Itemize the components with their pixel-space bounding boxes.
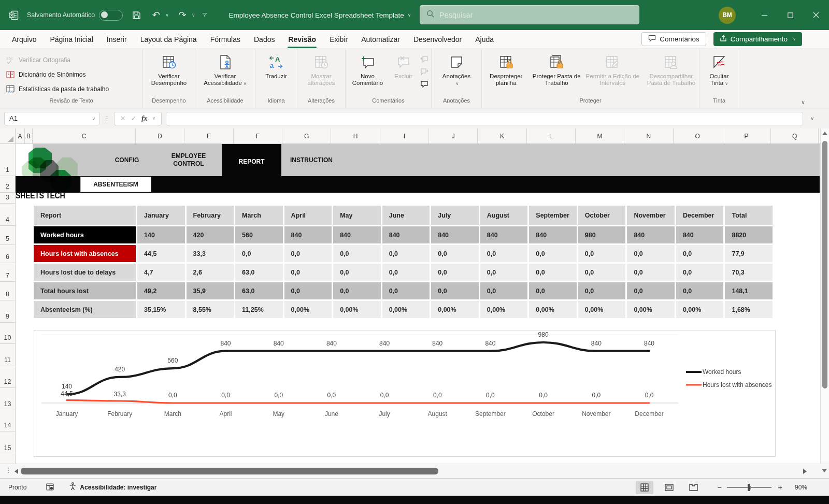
new-comment-button[interactable]: Novo Comentário <box>347 52 389 87</box>
vertical-scrollbar[interactable] <box>820 128 829 464</box>
report-header-cell[interactable]: Report <box>34 206 136 225</box>
check-accessibility-button[interactable]: Verificar Acessibilidade∨ <box>198 52 252 87</box>
value-cell[interactable]: 33,3 <box>187 245 234 262</box>
share-button[interactable]: Compartilhamento ∨ <box>713 32 802 46</box>
month-header-cell[interactable]: December <box>676 206 724 225</box>
scroll-right-icon[interactable] <box>803 469 807 474</box>
sheet-tab-absenteeism[interactable]: ABSENTEEISM <box>80 177 151 192</box>
menu-tab-f-rmulas[interactable]: Fórmulas <box>204 30 247 48</box>
macro-record-button[interactable] <box>46 483 54 491</box>
redo-chevron-icon[interactable]: ∨ <box>192 12 195 18</box>
value-cell[interactable]: 0,0 <box>333 245 381 262</box>
row-header-4[interactable]: 4 <box>0 204 15 226</box>
menu-tab-exibir[interactable]: Exibir <box>323 30 354 48</box>
confirm-entry-icon[interactable]: ✓ <box>131 114 136 122</box>
row-header-3[interactable]: 3 <box>0 193 15 204</box>
value-cell[interactable]: 0,00% <box>480 301 528 318</box>
menu-tab-ajuda[interactable]: Ajuda <box>468 30 501 48</box>
value-cell[interactable]: 8,55% <box>187 301 234 318</box>
column-header-B[interactable]: B <box>25 128 33 143</box>
select-all-corner[interactable] <box>0 128 16 143</box>
tab-splitter-icon[interactable]: ⋮ <box>5 466 12 474</box>
menu-tab-inserir[interactable]: Inserir <box>100 30 134 48</box>
value-cell[interactable]: 0,0 <box>382 245 430 262</box>
row-header-6[interactable]: 6 <box>0 245 15 263</box>
value-cell[interactable]: 35,15% <box>137 301 185 318</box>
horizontal-scrollbar[interactable]: ⋮ <box>0 464 829 478</box>
row-label[interactable]: Total hours lost <box>34 282 136 299</box>
cancel-entry-icon[interactable]: ✕ <box>120 114 126 122</box>
value-cell[interactable]: 840 <box>284 226 332 243</box>
value-cell[interactable]: 0,0 <box>676 245 724 262</box>
value-cell[interactable]: 0,0 <box>676 282 724 299</box>
redo-icon[interactable]: ↷ <box>176 9 189 21</box>
month-header-cell[interactable]: April <box>284 206 332 225</box>
menu-tab-revis-o[interactable]: Revisão <box>281 30 323 48</box>
column-header-N[interactable]: N <box>624 128 673 143</box>
row-header-9[interactable]: 9 <box>0 300 15 323</box>
menu-tab-p-gina-inicial[interactable]: Página Inicial <box>43 30 99 48</box>
value-cell[interactable]: 0,0 <box>284 245 332 262</box>
menu-tab-desenvolvedor[interactable]: Desenvolvedor <box>407 30 468 48</box>
value-cell[interactable]: 980 <box>578 226 626 243</box>
month-header-cell[interactable]: May <box>333 206 381 225</box>
zoom-level[interactable]: 90% <box>790 484 807 491</box>
column-header-M[interactable]: M <box>576 128 624 143</box>
column-header-K[interactable]: K <box>478 128 526 143</box>
undo-icon[interactable]: ↶ <box>150 9 162 21</box>
value-cell[interactable]: 44,5 <box>137 245 185 262</box>
month-header-cell[interactable]: August <box>480 206 528 225</box>
value-cell[interactable]: 0,0 <box>627 264 675 281</box>
value-cell[interactable]: 840 <box>627 226 675 243</box>
close-button[interactable] <box>803 0 829 30</box>
row-header-12[interactable]: 12 <box>0 366 15 388</box>
value-cell[interactable]: 0,0 <box>578 245 626 262</box>
notes-button[interactable]: Anotações∨ <box>435 52 478 87</box>
row-header-1[interactable]: 1 <box>0 144 15 176</box>
column-header-F[interactable]: F <box>234 128 282 143</box>
value-cell[interactable]: 0,00% <box>431 301 479 318</box>
row-label[interactable]: Worked hours <box>34 226 136 243</box>
value-cell[interactable]: 0,0 <box>382 264 430 281</box>
vertical-scroll-thumb[interactable] <box>822 141 827 388</box>
value-cell[interactable]: 0,00% <box>284 301 332 318</box>
value-cell[interactable]: 0,0 <box>480 282 528 299</box>
value-cell[interactable]: 0,0 <box>284 264 332 281</box>
column-header-Q[interactable]: Q <box>771 128 819 143</box>
sheet[interactable]: CONFIG EMPLOYEE CONTROL REPORT INSTRUCTI… <box>16 144 820 464</box>
search-input[interactable] <box>439 11 610 19</box>
value-cell[interactable]: 840 <box>382 226 430 243</box>
accessibility-status[interactable]: Acessibilidade: investigar <box>69 482 156 492</box>
value-cell[interactable]: 0,0 <box>333 282 381 299</box>
sheet-tab-employee-control[interactable]: EMPLOYEE CONTROL <box>164 144 213 176</box>
month-header-cell[interactable]: March <box>235 206 283 225</box>
total-header-cell[interactable]: Total <box>725 206 773 225</box>
value-cell[interactable]: 4,7 <box>137 264 185 281</box>
value-cell[interactable]: 0,0 <box>529 264 577 281</box>
month-header-cell[interactable]: November <box>627 206 675 225</box>
check-performance-button[interactable]: Verificar Desempenho <box>146 52 192 87</box>
avatar[interactable]: BM <box>719 7 736 24</box>
value-cell[interactable]: 840 <box>676 226 724 243</box>
value-cell[interactable]: 2,6 <box>187 264 234 281</box>
column-header-L[interactable]: L <box>527 128 576 143</box>
value-cell[interactable]: 0,0 <box>529 245 577 262</box>
value-cell[interactable]: 0,0 <box>529 282 577 299</box>
show-comments-icon[interactable] <box>419 79 430 89</box>
month-header-cell[interactable]: January <box>137 206 185 225</box>
month-header-cell[interactable]: February <box>187 206 234 225</box>
row-header-10[interactable]: 10 <box>0 323 15 344</box>
sheet-tab-config[interactable]: CONFIG <box>83 144 171 176</box>
value-cell[interactable]: 11,25% <box>235 301 283 318</box>
view-page-layout-button[interactable] <box>660 481 678 494</box>
value-cell[interactable]: 49,2 <box>137 282 185 299</box>
name-box[interactable]: A1 ∨ <box>4 112 100 125</box>
value-cell[interactable]: 0,00% <box>382 301 430 318</box>
total-cell[interactable]: 148,1 <box>725 282 773 299</box>
column-header-O[interactable]: O <box>674 128 722 143</box>
column-header-H[interactable]: H <box>331 128 380 143</box>
translate-button[interactable]: Aa Traduzir <box>258 52 295 80</box>
zoom-in-button[interactable]: + <box>778 483 782 492</box>
value-cell[interactable]: 0,00% <box>529 301 577 318</box>
row-header-13[interactable]: 13 <box>0 388 15 410</box>
